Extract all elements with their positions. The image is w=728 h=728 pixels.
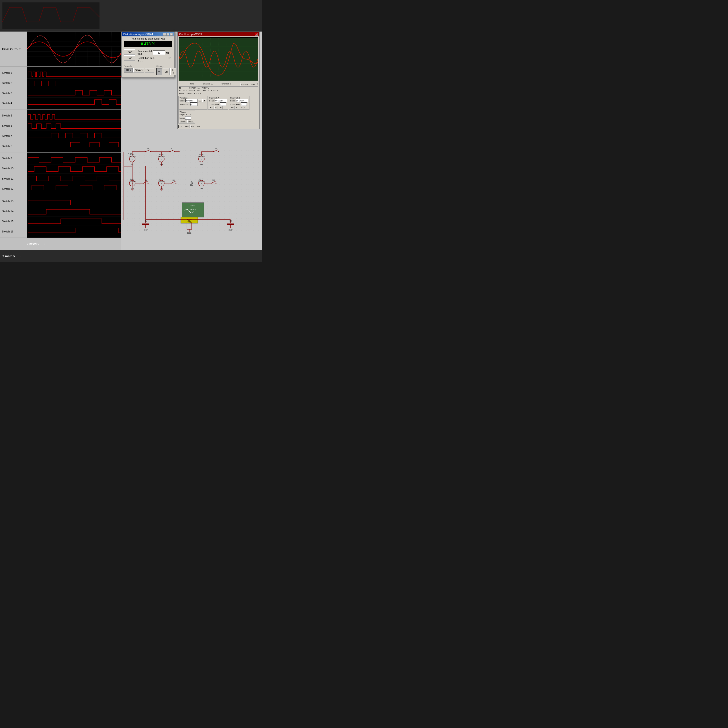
channel-a-y-label: Y pos.(Div): (209, 103, 219, 105)
distortion-content: Total harmonic distortion (THD) 0.473 % … (122, 37, 174, 77)
svg-text:S8: S8 (173, 179, 175, 181)
resolution-freq-label: Resolution freq. (138, 57, 165, 60)
resolution-freq-row: Resolution freq. 5 Hz (136, 56, 172, 60)
svg-text:~: ~ (201, 159, 202, 160)
channel-b-zero-btn[interactable]: 0 (235, 106, 238, 109)
channel-b-y-label: Y pos.(Div): (230, 103, 240, 105)
channel-b-y-input[interactable] (241, 102, 247, 106)
in-button[interactable]: In ◊ (170, 68, 176, 75)
t1-row: T1 ← → 547.107 ms 79.987 V (179, 87, 258, 89)
timebase-up-btn[interactable]: ▲ (198, 99, 202, 102)
final-output-label: Final Output (0, 32, 27, 66)
channel-b-label: Channel_B (230, 97, 248, 99)
svg-text:0.5ms 1ms: 0.5ms 1ms (198, 180, 205, 182)
switch-labels-column: Switch 1 Switch 2 Switch 3 Switch 4 Swit… (0, 67, 27, 238)
norm-button[interactable]: Norm (187, 119, 194, 123)
switch-group-4-waveform (27, 195, 121, 238)
switch-group-3-labels: Switch 9 Switch 10 Switch 11 Switch 12 (0, 152, 27, 195)
timebase-x-input[interactable] (190, 102, 197, 106)
trigger-level-input[interactable] (185, 116, 191, 119)
reverse-button[interactable]: Reverse (240, 83, 249, 86)
thd-display: 0.473 % (124, 41, 172, 47)
maximize-button[interactable]: □ (167, 33, 170, 36)
channel-a-zero-btn[interactable]: 0 (214, 106, 217, 109)
ab-button[interactable]: A/B (196, 125, 201, 128)
oscilloscope-controls: Timebase Scale: ▲ ▼ X pos.(Div): Channel… (177, 95, 259, 124)
start-stop-controls: Start Stop Fundamental freq. Hz Resoluti… (123, 48, 173, 64)
bottom-timescale-label: 2 ms/div (2, 254, 15, 258)
timebase-down-btn[interactable]: ▼ (202, 99, 206, 102)
t2-channel-b: 0.000 V (211, 90, 218, 92)
circuit-diagram-area: ~ 0V 5V 0.5ms 1ms V9 S5 ~ 0V 5V 0.5ms 1m… (121, 116, 262, 262)
svg-text:500Ω: 500Ω (187, 232, 191, 234)
oscilloscope-screen (179, 37, 258, 81)
trigger-label: Trigger (180, 111, 194, 113)
svg-text:0V 5V: 0V 5V (159, 178, 163, 180)
controls-section: Controls THD SINAD Set... (124, 65, 154, 75)
fundamental-freq-input[interactable] (153, 50, 165, 55)
switch-10-label: Switch 10 (2, 167, 25, 170)
switch-12-label: Switch 12 (2, 187, 25, 190)
minimize-button[interactable]: _ (163, 33, 166, 36)
fundamental-freq-row: Fundamental freq. Hz (136, 49, 172, 56)
timebase-label: Timebase (180, 97, 206, 99)
t2-row: T2 ← → 547.107 ms 79.987 V 0.000 V (179, 89, 258, 92)
channel-b-ac-btn[interactable]: AC (230, 106, 235, 109)
osc-close-button[interactable]: × (255, 33, 258, 36)
channel-a-dc-btn[interactable]: DC (218, 106, 223, 109)
stop-button[interactable]: Stop (124, 55, 135, 61)
channel-b-coupling-row: AC 0 DC - (230, 106, 248, 109)
svg-text:0V 5V: 0V 5V (199, 178, 203, 180)
switch-5-label: Switch 5 (2, 114, 25, 117)
arrow-left-icon: ← (179, 83, 181, 86)
t2t1-time: 0.000 s (186, 92, 192, 95)
trigger-level-label: Level: (180, 117, 185, 119)
sinad-button[interactable]: SINAD (133, 68, 145, 73)
percent-button[interactable]: % (156, 68, 162, 75)
trigger-edge-row: Edge: F T (180, 113, 194, 116)
channel-a-scale-row: Scale: (209, 99, 227, 102)
trigger-edge-t-btn[interactable]: T (189, 113, 192, 116)
timebase-scale-row: Scale: ▲ ▼ (180, 99, 206, 102)
yt-button[interactable]: Y/T (178, 125, 183, 128)
meas-buttons: Reverse Save E (240, 83, 258, 86)
distortion-analyzer-title: Distortion analyzer-XDA1 (123, 33, 153, 36)
ba-button[interactable]: B/A (190, 125, 195, 128)
t2-label: T2 (179, 90, 181, 92)
controls-display-row: Controls THD SINAD Set... Display % dB I… (123, 64, 173, 76)
thd-button[interactable]: THD (124, 68, 133, 73)
channel-b-scale-input[interactable] (236, 99, 248, 102)
channel-b-group: Channel_B Scale: Y pos.(Div): AC 0 DC - (229, 96, 249, 110)
timebase-scale-label: Scale: (180, 100, 185, 102)
channel-b-dc-btn[interactable]: DC (239, 106, 244, 109)
trigger-mode-row: Single Norm (180, 119, 194, 123)
controls-label: Controls (124, 65, 154, 67)
switch-group-3-waveform (27, 152, 121, 195)
oscilloscope-title: Oscilloscope-XSC1 (179, 33, 202, 36)
resolution-freq-value-row: 5 Hz (136, 60, 172, 63)
switch-2-label: Switch 2 (2, 81, 25, 84)
channel-a-y-input[interactable] (220, 102, 226, 106)
db-button[interactable]: dB (163, 68, 170, 75)
close-button[interactable]: × (170, 33, 173, 36)
channel-a-label: Channel_A (209, 97, 227, 99)
svg-text:~: ~ (161, 159, 162, 160)
oscilloscope-window[interactable]: Oscilloscope-XSC1 × (177, 32, 260, 129)
channel-a-ac-btn[interactable]: AC (209, 106, 214, 109)
set-button[interactable]: Set... (145, 68, 154, 73)
svg-text:~: ~ (132, 159, 133, 160)
single-button[interactable]: Single (180, 119, 187, 123)
channel-a-scale-label: Scale: (209, 100, 214, 102)
svg-text:20μF: 20μF (229, 229, 232, 231)
trigger-level-row: Level: (180, 116, 194, 119)
channel-a-y-row: Y pos.(Div): (209, 102, 227, 106)
trigger-edge-label: Edge: (180, 113, 185, 116)
add-button[interactable]: Add (184, 125, 189, 128)
timebase-scale-input[interactable] (185, 99, 197, 102)
distortion-analyzer-window[interactable]: Distortion analyzer-XDA1 _ □ × Total har… (121, 32, 175, 78)
switch-3-label: Switch 3 (2, 92, 25, 95)
start-button[interactable]: Start (124, 49, 135, 55)
save-button[interactable]: Save (250, 83, 256, 86)
channel-a-scale-input[interactable] (215, 99, 227, 102)
trigger-edge-f-btn[interactable]: F (185, 113, 188, 116)
